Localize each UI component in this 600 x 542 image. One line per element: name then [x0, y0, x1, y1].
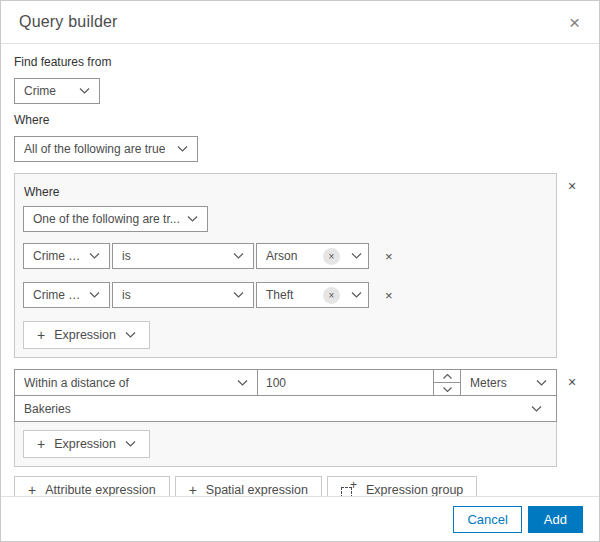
chevron-down-icon	[351, 253, 362, 259]
group-where-label: Where	[24, 185, 548, 199]
plus-icon: +	[37, 437, 45, 451]
chevron-down-icon	[187, 216, 198, 222]
add-button[interactable]: Add	[528, 506, 583, 533]
spatial-expression-label: Spatial expression	[206, 483, 308, 497]
add-expression-button[interactable]: + Expression	[23, 321, 150, 349]
remove-group-button[interactable]: ×	[558, 173, 586, 199]
chevron-down-icon	[89, 292, 100, 298]
stepper-down-button[interactable]	[434, 383, 460, 395]
stepper-up-button[interactable]	[434, 370, 460, 383]
plus-icon: +	[37, 328, 45, 342]
expression-group-label: Expression group	[366, 483, 463, 497]
target-layer-value: Bakeries	[24, 402, 71, 416]
chevron-down-icon	[351, 292, 362, 298]
where-operator-select[interactable]: All of the following are true	[14, 136, 198, 162]
plus-icon: +	[189, 483, 197, 497]
dialog-body: Find features from Crime Where All of th…	[1, 44, 599, 504]
value-combobox-value: Arson	[266, 249, 317, 263]
chevron-down-icon	[443, 387, 452, 392]
dialog-footer: Cancel Add	[1, 496, 599, 541]
chevron-down-icon	[536, 380, 547, 386]
field-select[interactable]: Crime Type	[23, 282, 110, 308]
spatial-operator-select[interactable]: Within a distance of	[15, 370, 258, 395]
group-operator-value: One of the following are tr...	[33, 212, 180, 226]
chevron-down-icon	[237, 380, 248, 386]
chevron-down-icon	[233, 292, 244, 298]
distance-field-wrap	[258, 370, 460, 395]
query-builder-dialog: Query builder × Find features from Crime…	[0, 0, 600, 542]
unit-select-value: Meters	[470, 376, 507, 390]
expression-group-2-row: Within a distance of	[14, 369, 586, 467]
field-select[interactable]: Crime Type	[23, 243, 110, 269]
x-icon: ×	[385, 288, 393, 303]
field-select-value: Crime Type	[33, 249, 83, 263]
x-icon: ×	[329, 251, 335, 262]
where-operator-value: All of the following are true	[24, 142, 165, 156]
expression-group-2: Within a distance of	[14, 369, 557, 467]
remove-expression-button[interactable]: ×	[381, 285, 397, 306]
clear-value-button[interactable]: ×	[323, 287, 340, 304]
x-icon: ×	[385, 249, 393, 264]
expression-group-1-row: Where One of the following are tr... Cri…	[14, 173, 586, 358]
attribute-expression-label: Attribute expression	[45, 483, 155, 497]
clear-value-button[interactable]: ×	[323, 248, 340, 265]
layer-select[interactable]: Crime	[14, 78, 100, 104]
add-expression-label: Expression	[54, 328, 116, 342]
x-icon: ×	[568, 178, 576, 194]
expression-row: Crime Type is Arson × ×	[23, 243, 548, 269]
chevron-up-icon	[443, 374, 452, 379]
cancel-button[interactable]: Cancel	[453, 506, 521, 533]
group-operator-select[interactable]: One of the following are tr...	[23, 206, 208, 232]
remove-expression-button[interactable]: ×	[381, 246, 397, 267]
operator-select-value: is	[122, 288, 131, 302]
close-button[interactable]: ×	[565, 11, 584, 34]
find-features-label: Find features from	[14, 55, 586, 70]
operator-select[interactable]: is	[112, 282, 254, 308]
add-expression-button[interactable]: + Expression	[23, 430, 150, 458]
chevron-down-icon	[89, 253, 100, 259]
expression-group-1: Where One of the following are tr... Cri…	[14, 173, 557, 358]
spatial-expression-row: Within a distance of	[15, 370, 556, 396]
value-combobox[interactable]: Arson ×	[256, 243, 369, 269]
value-combobox[interactable]: Theft ×	[256, 282, 369, 308]
chevron-down-icon	[125, 441, 136, 447]
operator-select[interactable]: is	[112, 243, 254, 269]
x-icon: ×	[329, 290, 335, 301]
x-icon: ×	[568, 374, 576, 390]
expression-row: Crime Type is Theft × ×	[23, 282, 548, 308]
number-stepper	[433, 370, 460, 395]
chevron-down-icon	[79, 88, 90, 94]
dialog-header: Query builder ×	[1, 1, 599, 44]
unit-select[interactable]: Meters	[460, 370, 556, 395]
chevron-down-icon	[177, 146, 188, 152]
chevron-down-icon	[125, 332, 136, 338]
chevron-down-icon	[233, 253, 244, 259]
layer-select-value: Crime	[24, 84, 56, 98]
plus-icon: +	[28, 483, 36, 497]
add-expression-label: Expression	[54, 437, 116, 451]
close-icon: ×	[569, 12, 580, 33]
operator-select-value: is	[122, 249, 131, 263]
spatial-operator-value: Within a distance of	[24, 376, 129, 390]
page-title: Query builder	[19, 13, 118, 31]
target-layer-select[interactable]: Bakeries	[15, 396, 556, 421]
remove-group-button[interactable]: ×	[558, 369, 586, 395]
where-label: Where	[14, 113, 586, 128]
chevron-down-icon	[531, 406, 542, 412]
value-combobox-value: Theft	[266, 288, 317, 302]
distance-input[interactable]	[258, 370, 433, 395]
field-select-value: Crime Type	[33, 288, 83, 302]
